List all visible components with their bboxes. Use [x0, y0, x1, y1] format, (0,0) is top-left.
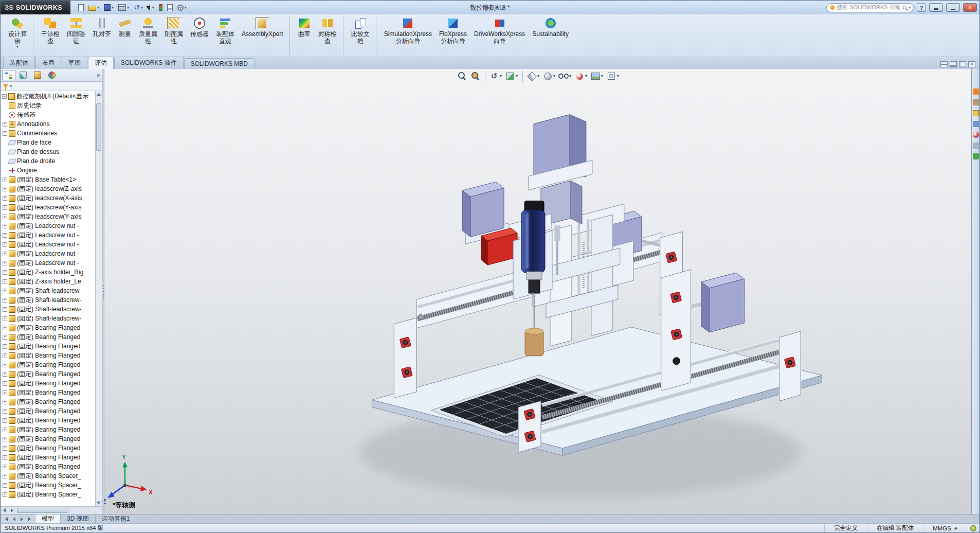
section-view-button[interactable]: ▾: [504, 70, 519, 82]
driveworksxpress-button[interactable]: DriveWorksXpress 向导 ▾: [470, 16, 529, 57]
tree-item[interactable]: + (固定) Bearing Flanged: [1, 462, 95, 471]
measure-button[interactable]: 测量 ▾: [115, 16, 135, 57]
tree-item[interactable]: Origine: [1, 166, 95, 175]
cnc-machine-model[interactable]: Y X Z: [104, 69, 971, 514]
edit-appearance-button[interactable]: ▾: [573, 70, 588, 82]
tree-item[interactable]: + (固定) Bearing Flanged: [1, 443, 95, 453]
tree-horizontal-scrollbar[interactable]: [1, 506, 102, 514]
tree-item[interactable]: 传感器: [1, 110, 95, 119]
expander[interactable]: +: [3, 224, 7, 228]
tree-item[interactable]: + (固定) Bearing Flanged: [1, 434, 95, 443]
scrollbar-thumb[interactable]: [17, 508, 68, 513]
tree-item[interactable]: + (固定) Bearing Flanged: [1, 379, 95, 388]
scroll-left-button[interactable]: [1, 507, 8, 514]
tree-item[interactable]: + (固定) Bearing Flanged: [1, 351, 95, 360]
window-tile-icon[interactable]: [940, 61, 948, 67]
tree-item[interactable]: + (固定) Leadscrew nut -: [1, 221, 95, 230]
expander[interactable]: +: [3, 270, 7, 275]
sustainability-button[interactable]: Sustainability ▾: [529, 16, 572, 57]
expander[interactable]: +: [3, 215, 7, 219]
tree-item[interactable]: + (固定) Bearing Flanged: [1, 332, 95, 342]
help-button[interactable]: ?: [917, 3, 926, 12]
design-study-button[interactable]: 设计算 例 ▾: [5, 16, 33, 57]
compare-documents-button[interactable]: 比较文 档 ▾: [348, 16, 376, 57]
expander[interactable]: +: [3, 353, 7, 358]
design-library-icon[interactable]: [973, 99, 979, 105]
expander[interactable]: +: [3, 455, 7, 460]
expander[interactable]: +: [3, 233, 7, 238]
interference-check-button[interactable]: 干涉检 查 ▾: [38, 16, 63, 57]
select-button[interactable]: ▾: [146, 4, 156, 11]
display-style-button[interactable]: ▾: [541, 70, 556, 82]
window-restore-icon[interactable]: [959, 61, 966, 67]
tree-item[interactable]: + (固定) Bearing Flanged: [1, 425, 95, 434]
chevron-down-icon[interactable]: ▾: [553, 74, 555, 78]
chevron-down-icon[interactable]: ▾: [601, 74, 603, 78]
tree-item[interactable]: + (固定) Z-axis holder_Rig: [1, 268, 95, 277]
document-tab[interactable]: 运动算例1: [96, 514, 137, 523]
expander[interactable]: +: [3, 390, 7, 395]
options-button[interactable]: ▾: [176, 4, 188, 11]
expander[interactable]: +: [3, 363, 7, 367]
tree-item[interactable]: + (固定) Leadscrew nut -: [1, 230, 95, 240]
tree-item[interactable]: Plan de droite: [1, 156, 95, 166]
view-settings-button[interactable]: ▾: [605, 70, 620, 82]
rebuild-button[interactable]: ▾: [157, 4, 164, 11]
tree-item[interactable]: + (固定) Bearing Flanged: [1, 323, 95, 332]
tree-vertical-scrollbar[interactable]: [95, 91, 102, 506]
commandmanager-tab[interactable]: SOLIDWORKS MBD: [184, 58, 255, 69]
scroll-down-button[interactable]: [96, 500, 102, 506]
view-palette-icon[interactable]: [973, 121, 979, 127]
custom-properties-icon[interactable]: [973, 143, 979, 149]
tree-item[interactable]: + (固定) Leadscrew nut -: [1, 249, 95, 258]
expander[interactable]: +: [3, 289, 7, 293]
file-explorer-icon[interactable]: [973, 110, 979, 116]
graphics-area[interactable]: Y X Z ▾ ▾ ▾ ▾: [104, 69, 971, 514]
expander[interactable]: +: [3, 261, 7, 265]
commandmanager-tab[interactable]: 评估: [88, 57, 114, 69]
expander[interactable]: +: [3, 400, 7, 404]
tree-item[interactable]: + Annotations: [1, 119, 95, 129]
expander[interactable]: -: [2, 94, 7, 99]
expander[interactable]: +: [3, 344, 7, 349]
tree-item[interactable]: + (固定) Shaft-leadscrew-: [1, 314, 95, 323]
expander[interactable]: +: [3, 326, 7, 330]
tree-item[interactable]: Plan de face: [1, 138, 95, 147]
window-close-icon[interactable]: ×: [968, 61, 975, 67]
symmetry-check-button[interactable]: 对称检 查 ▾: [315, 16, 343, 57]
tree-item[interactable]: + (固定) Shaft-leadscrew-: [1, 286, 95, 295]
expander[interactable]: +: [3, 372, 7, 377]
tree-item[interactable]: + (固定) Bearing Spacer_: [1, 471, 95, 481]
tree-item[interactable]: + Commentaires: [1, 129, 95, 138]
expander[interactable]: +: [3, 483, 7, 488]
expander[interactable]: +: [3, 316, 7, 321]
chevron-down-icon[interactable]: ▾: [585, 74, 587, 78]
tree-item[interactable]: + (固定) Bearing Flanged: [1, 406, 95, 416]
tree-item[interactable]: + (固定) Shaft-leadscrew-: [1, 295, 95, 305]
tree-item[interactable]: + (固定) Bearing Flanged: [1, 397, 95, 406]
file-properties-button[interactable]: ▾: [166, 4, 174, 12]
units-selector[interactable]: MMGS: [923, 524, 967, 533]
expander[interactable]: +: [3, 307, 7, 312]
scroll-up-button[interactable]: [96, 91, 102, 98]
previous-view-button[interactable]: ▾: [485, 70, 503, 82]
sensor-button[interactable]: 传感器 ▾: [187, 16, 212, 57]
expander[interactable]: +: [3, 446, 7, 451]
chevron-down-icon[interactable]: ▾: [569, 74, 571, 78]
chevron-down-icon[interactable]: ▾: [500, 74, 502, 78]
tree-item[interactable]: + (固定) leadscrew(Y-axis: [1, 212, 95, 221]
next-tab-button[interactable]: [18, 516, 25, 523]
expander[interactable]: +: [3, 131, 7, 136]
undo-button[interactable]: ▾: [132, 3, 144, 12]
propertymanager-tab[interactable]: [16, 70, 30, 80]
maximize-button[interactable]: [946, 3, 960, 12]
expander[interactable]: +: [3, 465, 7, 469]
tree-item[interactable]: + (固定) Bearing Flanged: [1, 453, 95, 462]
expander[interactable]: +: [3, 298, 7, 303]
section-properties-button[interactable]: 剖面属 性 ▾: [161, 16, 187, 57]
expander[interactable]: +: [3, 474, 7, 478]
displaymanager-tab[interactable]: [45, 70, 59, 80]
expander[interactable]: +: [3, 381, 7, 386]
document-tab[interactable]: 3D 视图: [61, 514, 96, 523]
print-button[interactable]: ▾: [117, 4, 131, 11]
